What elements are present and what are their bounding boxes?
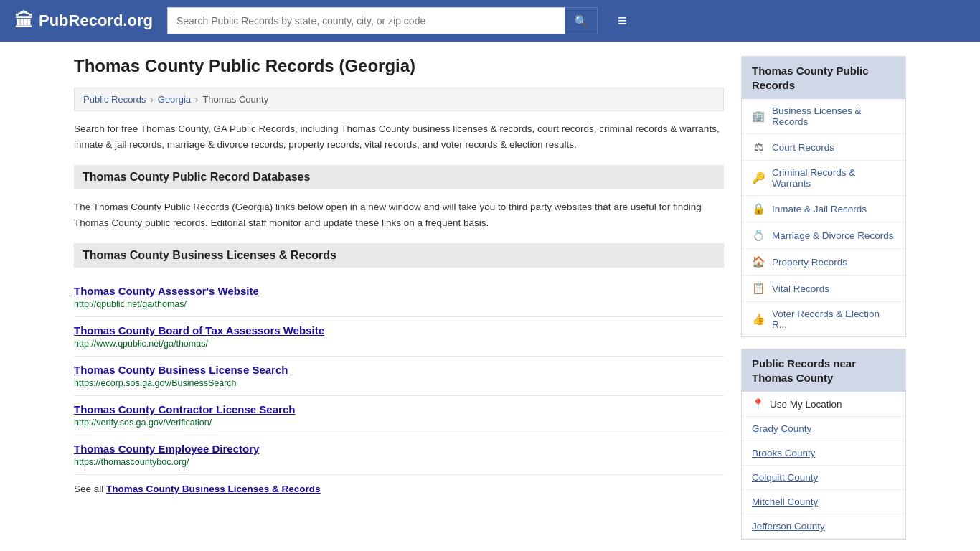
nearby-brooks-label: Brooks County: [752, 448, 816, 458]
scales-icon: ⚖: [752, 141, 765, 154]
link-url-contractor: http://verify.sos.ga.gov/Verification/: [74, 418, 724, 428]
link-item: Thomas County Contractor License Search …: [74, 396, 724, 435]
sidebar-item-label: Vital Records: [772, 283, 829, 294]
logo-icon: 🏛: [14, 10, 33, 32]
sidebar: Thomas County Public Records 🏢 Business …: [741, 56, 906, 551]
link-assessors-website[interactable]: Thomas County Assessor's Website: [74, 285, 724, 297]
link-url-tax-assessors: http://www.qpublic.net/ga/thomas/: [74, 339, 724, 349]
sidebar-item-inmate[interactable]: 🔒 Inmate & Jail Records: [742, 196, 905, 222]
sidebar-item-court[interactable]: ⚖ Court Records: [742, 134, 905, 161]
logo-text: PubRecord.org: [39, 11, 153, 30]
sidebar-item-label: Criminal Records & Warrants: [772, 167, 895, 189]
link-item: Thomas County Board of Tax Assessors Web…: [74, 317, 724, 357]
see-all-text: See all: [74, 484, 103, 494]
sidebar-item-property[interactable]: 🏠 Property Records: [742, 249, 905, 276]
sidebar-item-vital[interactable]: 📋 Vital Records: [742, 276, 905, 302]
thumbsup-icon: 👍: [752, 313, 765, 326]
sidebar-item-label: Court Records: [772, 142, 834, 153]
sidebar-item-label: Marriage & Divorce Records: [772, 230, 894, 241]
see-all-link[interactable]: Thomas County Business Licenses & Record…: [106, 484, 321, 494]
link-url-business-license: https://ecorp.sos.ga.gov/BusinessSearch: [74, 378, 724, 388]
link-item: Thomas County Employee Directory https:/…: [74, 435, 724, 475]
site-header: 🏛 PubRecord.org 🔍 ≡: [0, 0, 980, 42]
databases-section-header: Thomas County Public Record Databases: [74, 165, 724, 189]
content-area: Thomas County Public Records (Georgia) P…: [74, 56, 724, 551]
hamburger-icon: ≡: [618, 11, 627, 29]
nearby-jefferson-label: Jefferson County: [752, 521, 825, 532]
nearby-grady-label: Grady County: [752, 423, 811, 434]
breadcrumb-current: Thomas County: [202, 94, 268, 105]
menu-button[interactable]: ≡: [612, 9, 633, 33]
link-item: Thomas County Assessor's Website http://…: [74, 278, 724, 317]
use-location-label: Use My Location: [770, 399, 842, 410]
ring-icon: 💍: [752, 229, 765, 242]
sidebar-nearby-colquitt[interactable]: Colquitt County: [742, 466, 905, 490]
sidebar-item-label: Inmate & Jail Records: [772, 204, 867, 215]
clipboard-icon: 📋: [752, 282, 765, 295]
sidebar-nearby-mitchell[interactable]: Mitchell County: [742, 490, 905, 514]
link-url-assessors: http://qpublic.net/ga/thomas/: [74, 299, 724, 309]
link-tax-assessors[interactable]: Thomas County Board of Tax Assessors Web…: [74, 324, 724, 336]
search-input[interactable]: [167, 7, 565, 34]
sidebar-use-location[interactable]: 📍 Use My Location: [742, 392, 905, 417]
nearby-colquitt-label: Colquitt County: [752, 472, 818, 483]
main-container: Thomas County Public Records (Georgia) P…: [60, 42, 920, 551]
breadcrumb: Public Records › Georgia › Thomas County: [74, 88, 724, 111]
sidebar-item-voter[interactable]: 👍 Voter Records & Election R...: [742, 302, 905, 336]
sidebar-nearby-jefferson[interactable]: Jefferson County: [742, 514, 905, 539]
search-button[interactable]: 🔍: [565, 7, 598, 34]
see-all-section: See all Thomas County Business Licenses …: [74, 484, 724, 494]
key-icon: 🔑: [752, 171, 765, 184]
sidebar-nearby-title: Public Records near Thomas County: [742, 349, 905, 392]
lock-icon: 🔒: [752, 202, 765, 215]
link-business-license[interactable]: Thomas County Business License Search: [74, 364, 724, 376]
nearby-mitchell-label: Mitchell County: [752, 496, 818, 507]
breadcrumb-sep-1: ›: [150, 94, 153, 105]
sidebar-item-label: Voter Records & Election R...: [772, 309, 895, 330]
search-area: 🔍: [167, 7, 598, 34]
breadcrumb-link-public-records[interactable]: Public Records: [83, 94, 146, 105]
sidebar-nearby-brooks[interactable]: Brooks County: [742, 441, 905, 466]
sidebar-item-marriage[interactable]: 💍 Marriage & Divorce Records: [742, 222, 905, 249]
sidebar-public-records-box: Thomas County Public Records 🏢 Business …: [741, 56, 906, 337]
search-icon: 🔍: [574, 14, 588, 28]
breadcrumb-sep-2: ›: [195, 94, 198, 105]
business-section-header: Thomas County Business Licenses & Record…: [74, 243, 724, 268]
sidebar-item-label: Business Licenses & Records: [772, 105, 895, 127]
logo[interactable]: 🏛 PubRecord.org: [14, 10, 153, 32]
link-employee-directory[interactable]: Thomas County Employee Directory: [74, 443, 724, 455]
sidebar-nearby-grady[interactable]: Grady County: [742, 417, 905, 441]
sidebar-item-criminal[interactable]: 🔑 Criminal Records & Warrants: [742, 161, 905, 196]
databases-section-desc: The Thomas County Public Records (Georgi…: [74, 199, 724, 230]
link-contractor[interactable]: Thomas County Contractor License Search: [74, 403, 724, 415]
link-item: Thomas County Business License Search ht…: [74, 357, 724, 396]
link-url-employee-directory: https://thomascountyboc.org/: [74, 457, 724, 467]
page-description: Search for free Thomas County, GA Public…: [74, 121, 724, 152]
sidebar-item-business[interactable]: 🏢 Business Licenses & Records: [742, 99, 905, 134]
sidebar-nearby-box: Public Records near Thomas County 📍 Use …: [741, 349, 906, 540]
sidebar-item-label: Property Records: [772, 257, 847, 268]
house-icon: 🏠: [752, 255, 765, 268]
business-links-list: Thomas County Assessor's Website http://…: [74, 278, 724, 475]
breadcrumb-link-georgia[interactable]: Georgia: [158, 94, 191, 105]
location-pin-icon: 📍: [752, 398, 764, 410]
sidebar-records-title: Thomas County Public Records: [742, 57, 905, 99]
briefcase-icon: 🏢: [752, 110, 765, 123]
page-title: Thomas County Public Records (Georgia): [74, 56, 724, 76]
